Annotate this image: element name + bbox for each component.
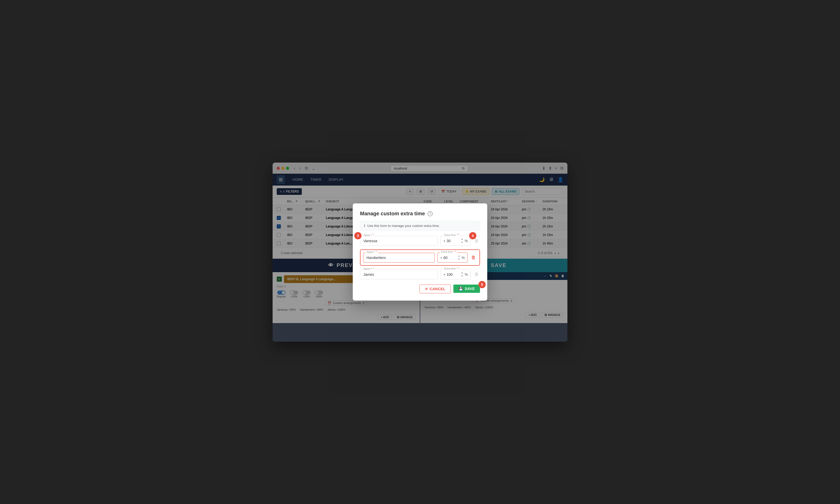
badge-3: 3 bbox=[354, 232, 362, 239]
spinner-up-2[interactable]: ▲ bbox=[457, 254, 460, 257]
extra-time-label-1: Extra time * bbox=[443, 234, 460, 236]
modal-overlay[interactable]: Manage custom extra time ? ℹ Use this fo… bbox=[0, 0, 840, 504]
name-label-2: Name * bbox=[366, 251, 378, 254]
extra-time-input-3-group: + ▲ ▼ % bbox=[440, 269, 471, 280]
plus-sign-2: + bbox=[440, 256, 442, 260]
extra-time-input-1[interactable] bbox=[447, 239, 459, 243]
extra-time-input-2[interactable] bbox=[443, 256, 456, 260]
badge-5: 5 bbox=[478, 281, 486, 288]
name-field-1-group: Name * bbox=[360, 236, 438, 246]
modal-info-banner: ℹ Use this form to manage your custom ex… bbox=[360, 221, 480, 231]
extra-time-label-2: Extra time * bbox=[440, 250, 457, 253]
cancel-x-icon: ✕ bbox=[425, 287, 428, 291]
cancel-button[interactable]: ✕ CANCEL bbox=[419, 285, 451, 293]
extra-time-input-1-group: + ▲ ▼ % bbox=[440, 236, 471, 246]
extra-time-label-3: Extra time * bbox=[443, 267, 460, 270]
spinners-3: ▲ ▼ bbox=[460, 271, 464, 277]
spinners-1: ▲ ▼ bbox=[460, 237, 464, 244]
name-input-2[interactable] bbox=[363, 253, 435, 263]
help-icon[interactable]: ? bbox=[427, 211, 433, 216]
delete-row-2-button[interactable]: 🗑 bbox=[470, 254, 477, 261]
extra-time-input-2-group: + ▲ ▼ % bbox=[437, 253, 468, 263]
spinner-up-1[interactable]: ▲ bbox=[460, 237, 464, 241]
badge-4: 4 bbox=[469, 232, 476, 239]
name-field-3-group: Name * bbox=[360, 270, 438, 280]
spinners-2: ▲ ▼ bbox=[457, 254, 460, 261]
name-input-1[interactable] bbox=[360, 236, 438, 246]
delete-row-3-button[interactable]: 🗑 bbox=[473, 271, 480, 278]
spinner-up-3[interactable]: ▲ bbox=[460, 271, 464, 274]
name-field-2-group: Name * bbox=[363, 253, 435, 263]
percent-sign-1: % bbox=[465, 239, 468, 243]
spinner-down-2[interactable]: ▼ bbox=[457, 258, 460, 261]
name-input-3[interactable] bbox=[360, 270, 438, 280]
extra-time-input-3[interactable] bbox=[447, 272, 459, 276]
name-label-3: Name * bbox=[363, 268, 375, 270]
manage-extra-time-modal: Manage custom extra time ? ℹ Use this fo… bbox=[353, 203, 487, 301]
plus-sign-1: + bbox=[443, 239, 445, 243]
spinner-down-1[interactable]: ▼ bbox=[460, 241, 464, 244]
modal-footer: ✕ CANCEL 5 💾 SAVE bbox=[360, 285, 480, 293]
percent-sign-2: % bbox=[462, 256, 465, 260]
info-icon: ℹ bbox=[364, 223, 365, 228]
modal-title: Manage custom extra time ? bbox=[360, 211, 480, 217]
plus-sign-3: + bbox=[443, 272, 445, 276]
modal-save-disk-icon: 💾 bbox=[458, 287, 463, 291]
name-label-1: Name * bbox=[363, 234, 375, 237]
modal-save-button[interactable]: 💾 SAVE bbox=[453, 285, 480, 293]
spinner-down-3[interactable]: ▼ bbox=[460, 274, 464, 277]
percent-sign-3: % bbox=[465, 272, 468, 276]
